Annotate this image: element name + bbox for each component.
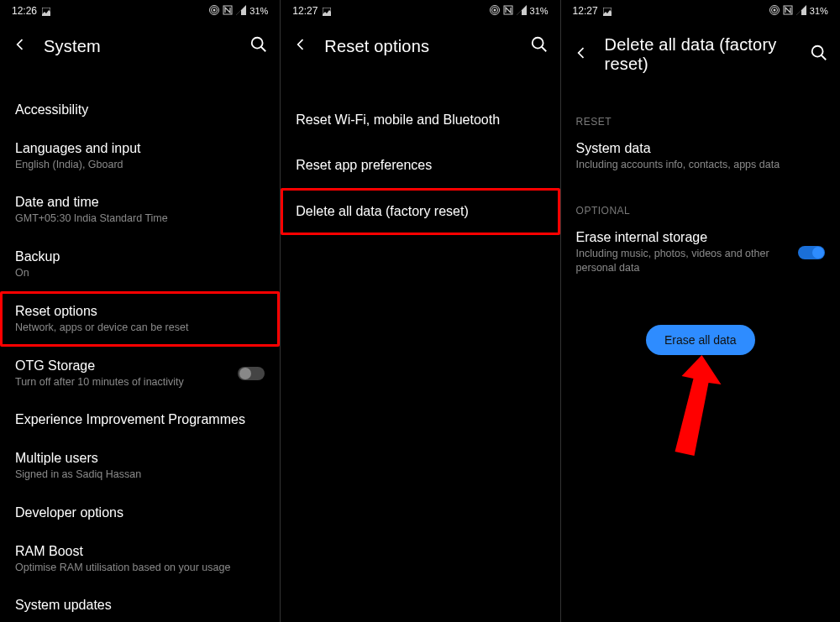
item-multiple-users[interactable]: Multiple users Signed in as Sadiq Hassan (0, 439, 280, 493)
nfc-icon (783, 5, 793, 17)
status-bar: 12:26 31% (0, 0, 280, 20)
svg-point-5 (252, 38, 263, 49)
svg-marker-18 (675, 355, 721, 456)
picture-icon (323, 7, 331, 15)
item-otg-storage[interactable]: OTG Storage Turn off after 10 minutes of… (0, 347, 280, 400)
erase-storage-toggle[interactable] (798, 246, 825, 259)
item-developer-options[interactable]: Developer options (0, 494, 280, 532)
item-system-updates[interactable]: System updates (0, 586, 280, 622)
picture-icon (603, 7, 612, 15)
item-reset-options[interactable]: Reset options Network, apps or device ca… (0, 291, 280, 347)
svg-point-13 (773, 9, 775, 12)
erase-all-data-button[interactable]: Erase all data (646, 325, 755, 355)
item-factory-reset[interactable]: Delete all data (factory reset) (281, 188, 559, 235)
item-reset-app-prefs[interactable]: Reset app preferences (281, 143, 559, 188)
item-languages[interactable]: Languages and input English (India), Gbo… (0, 129, 280, 183)
svg-point-1 (213, 9, 216, 12)
item-experience-improvement[interactable]: Experience Improvement Programmes (0, 400, 280, 439)
status-time: 12:27 (292, 5, 318, 17)
hotspot-icon (209, 5, 219, 17)
search-icon[interactable] (810, 44, 828, 65)
item-reset-wifi[interactable]: Reset Wi-Fi, mobile and Bluetooth (281, 97, 559, 143)
page-title: Delete all data (factory reset) (605, 35, 795, 74)
battery-text: 31% (249, 6, 268, 16)
picture-icon (42, 7, 50, 15)
screen-factory-reset: 12:27 31% Delete all data (factory reset… (560, 0, 840, 622)
search-icon[interactable] (249, 35, 268, 57)
item-erase-storage[interactable]: Erase internal storage Including music, … (561, 222, 840, 283)
battery-text: 31% (530, 6, 549, 16)
nfc-icon (503, 5, 513, 17)
svg-point-7 (493, 9, 496, 12)
back-icon[interactable] (12, 36, 29, 56)
status-bar: 12:27 31% (561, 0, 840, 20)
item-date-time[interactable]: Date and time GMT+05:30 India Standard T… (0, 183, 280, 237)
factory-reset-content: RESET System data Including accounts inf… (561, 82, 840, 355)
svg-point-11 (532, 38, 543, 49)
hotspot-icon (769, 5, 780, 17)
page-title: System (44, 37, 234, 56)
back-icon[interactable] (292, 36, 309, 56)
status-time: 12:27 (573, 5, 598, 17)
reset-list: Reset Wi-Fi, mobile and Bluetooth Reset … (281, 65, 559, 235)
item-backup[interactable]: Backup On (0, 238, 280, 291)
section-reset-label: RESET (561, 116, 840, 128)
screen-reset-options: 12:27 31% Reset options Reset Wi-Fi, mob… (280, 0, 559, 622)
app-bar: System (0, 20, 280, 65)
arrow-annotation (649, 355, 742, 456)
app-bar: Delete all data (factory reset) (561, 20, 840, 82)
settings-list: Accessibility Languages and input Englis… (0, 65, 280, 622)
otg-toggle[interactable] (238, 367, 265, 380)
item-system-data: System data Including accounts info, con… (561, 133, 840, 180)
signal-icon (796, 5, 806, 17)
item-ram-boost[interactable]: RAM Boost Optimise RAM utilisation based… (0, 532, 280, 586)
screen-system: 12:26 31% System Accessibility La (0, 0, 280, 622)
app-bar: Reset options (281, 20, 559, 65)
hotspot-icon (490, 5, 500, 17)
battery-text: 31% (810, 6, 828, 16)
signal-icon (236, 5, 246, 17)
search-icon[interactable] (530, 35, 549, 57)
signal-icon (517, 5, 527, 17)
nfc-icon (223, 5, 233, 17)
status-time: 12:26 (12, 5, 37, 17)
page-title: Reset options (324, 37, 514, 56)
back-icon[interactable] (573, 44, 590, 65)
svg-point-17 (812, 46, 823, 57)
section-optional-label: OPTIONAL (561, 205, 840, 217)
status-bar: 12:27 31% (281, 0, 559, 20)
item-accessibility[interactable]: Accessibility (0, 91, 280, 129)
